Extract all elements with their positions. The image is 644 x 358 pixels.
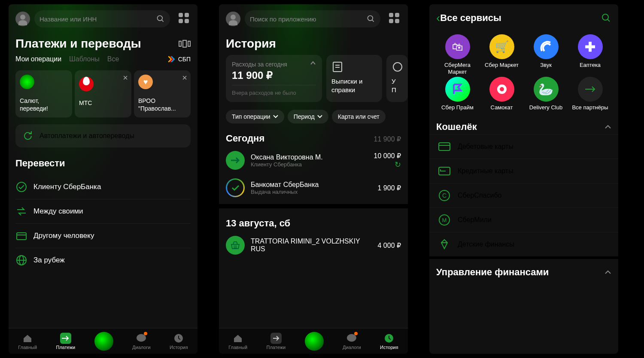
wallet-section-header[interactable]: Кошелёк [429,115,618,134]
cards-view-icon[interactable] [179,40,191,48]
nav-payments[interactable]: Платежи [267,333,286,350]
transfer-between-own[interactable]: Между своими [15,199,191,224]
search-input[interactable]: Поиск по приложению [245,10,380,27]
date-header: Сегодня 11 900 ₽ [219,126,408,147]
svc-delivery-club[interactable]: 🦢Delivery Club [525,77,567,111]
chip-card-account[interactable]: Карта или счет [332,110,386,123]
transaction-row[interactable]: TRATTORIA RIMINI_2 VOLZHSKIY RUS 4 000 ₽ [219,232,408,259]
mts-icon [79,77,94,91]
nav-payments[interactable]: Платежи [56,333,76,350]
quick-card-salute[interactable]: Салют, переведи! [15,70,72,117]
swap-icon [15,205,27,217]
transaction-row[interactable]: Банкомат СберБанка Выдача наличных 1 900… [219,174,408,202]
ring-icon [489,77,514,102]
wallet-debit[interactable]: Дебетовые карты [429,134,618,159]
tx-amount: 4 000 ₽ [378,241,401,250]
card-icon [438,140,451,153]
transfer-other-person[interactable]: Другому человеку [15,224,191,248]
globe-icon [15,254,27,266]
page-title: История [219,33,408,52]
bottom-nav: Главный Платежи Диалоги История [219,328,408,354]
date-label: 13 августа, сб [226,218,290,229]
svg-line-14 [372,20,374,22]
home-icon [22,333,33,344]
svc-samokat[interactable]: Самокат [480,77,523,111]
search-icon[interactable] [601,13,611,23]
nav-dialogs[interactable]: Диалоги [132,333,151,350]
chip-operation-type[interactable]: Тип операции [226,110,284,123]
header: Название или ИНН [9,4,197,33]
wallet-mili[interactable]: М СберМили [429,208,618,232]
quick-card-vroo[interactable]: × ♥ ВРОО "Православ... [134,70,191,117]
nav-home[interactable]: Главный [228,333,247,350]
tabs: Мои операции Шаблоны Все СБП [9,52,197,68]
card-arrow-icon [438,165,451,177]
svc-all-partners[interactable]: Все партнёры [569,77,611,111]
partial-card[interactable]: УП [386,55,408,102]
row-label: Кредитные карты [458,167,513,175]
nav-history[interactable]: История [170,333,188,350]
nav-assistant[interactable] [305,332,324,351]
nav-dialogs[interactable]: Диалоги [343,333,361,350]
svg-rect-3 [183,40,186,47]
autopay-link[interactable]: Автоплатежи и автопереводы [15,124,191,147]
chip-label: Тип операции [232,113,270,120]
tab-templates[interactable]: Шаблоны [69,55,100,63]
row-label: За рубеж [33,256,65,265]
transfer-out-icon [226,151,245,170]
wallet-kids[interactable]: Детские финансы [429,232,618,256]
tx-main: Банкомат СберБанка Выдача наличных [251,181,372,195]
close-icon[interactable]: × [182,73,187,83]
chevron-up-icon[interactable] [310,61,316,65]
chevron-up-icon [605,125,611,129]
row-label: Дебетовые карты [458,143,513,150]
refresh-icon [22,130,33,141]
expense-card[interactable]: Расходы за сегодня 11 900 ₽ Вчера расход… [226,55,322,102]
expense-amount: 11 900 ₽ [232,68,316,85]
avatar[interactable] [15,12,30,26]
row-label: Клиенту СберБанка [33,183,101,191]
chevron-down-icon [317,115,322,118]
nav-assistant[interactable] [94,332,113,351]
header: ‹ Все сервисы [429,4,618,32]
refresh-icon[interactable]: ↻ [374,160,401,169]
finance-section-header[interactable]: Управление финансами [429,256,618,280]
tab-my-operations[interactable]: Мои операции [15,55,61,63]
wallet-credit[interactable]: Кредитные карты [429,159,618,183]
transfer-sber-client[interactable]: Клиенту СберБанка [15,175,191,199]
close-icon[interactable]: × [123,73,128,83]
qr-icon[interactable] [179,13,191,25]
avatar[interactable] [226,12,240,26]
svc-sberprime[interactable]: Сбер Прайм [436,77,479,111]
svg-rect-2 [179,41,181,46]
diamond-icon [438,238,451,251]
transfer-abroad[interactable]: За рубеж [15,248,191,272]
svc-eapteka[interactable]: ✚Еаптека [569,34,611,75]
transfer-header: Перевести [9,152,197,171]
statements-card[interactable]: Выписки и справки [326,55,382,102]
back-icon[interactable]: ‹ [436,11,440,25]
history-screen: Поиск по приложению История Расходы за с… [219,4,408,354]
chevron-up-icon [605,270,611,274]
tab-all[interactable]: Все [107,55,119,63]
nav-home[interactable]: Главный [18,333,37,350]
nav-history[interactable]: История [380,333,398,350]
chip-period[interactable]: Период [288,110,328,123]
tx-title: Оксана Викторовна М. [251,153,368,161]
search-input[interactable]: Название или ИНН [34,10,170,27]
svc-label: Сбер Прайм [441,104,474,111]
basket-icon [226,236,245,255]
wallet-spasibo[interactable]: С СберСпасибо [429,183,618,208]
svg-text:С: С [442,192,447,199]
transaction-row[interactable]: Оксана Викторовна М. Клиенту Сбербанка 1… [219,147,408,174]
svc-sbermegamarket[interactable]: 🛍СберМега Маркет [436,34,479,75]
svc-label: Звук [540,62,552,69]
svc-zvuk[interactable]: Звук [525,34,567,75]
quick-card-mts[interactable]: × МТС [75,70,131,117]
services-screen: ‹ Все сервисы 🛍СберМега Маркет 🛒Сбер Мар… [429,4,618,354]
chip-label: Карта или счет [338,113,380,120]
qr-icon[interactable] [389,13,401,25]
sbp-link[interactable]: СБП [167,55,191,63]
cart-icon: 🛒 [489,34,514,59]
svc-sbermarket[interactable]: 🛒Сбер Маркет [480,34,523,75]
